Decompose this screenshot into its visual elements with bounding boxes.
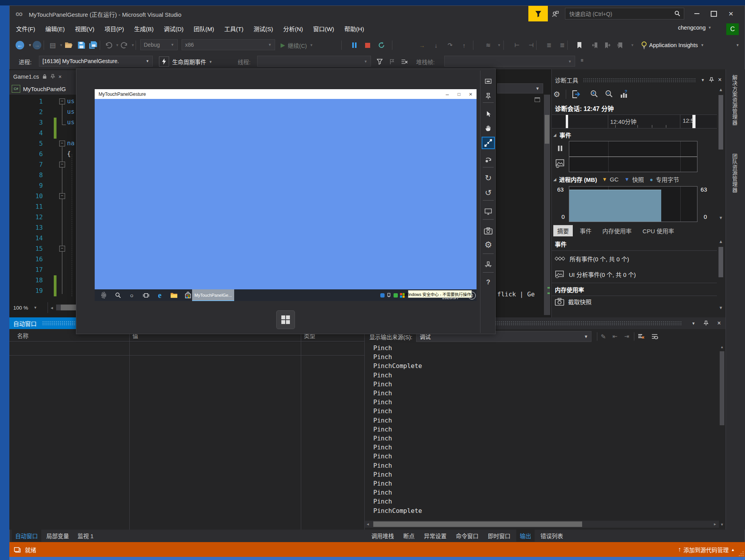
step-into-icon[interactable]: ↓ — [431, 36, 441, 55]
step-over-icon[interactable]: ↷ — [445, 36, 455, 55]
close-window-button[interactable]: × — [723, 7, 739, 20]
timeline-marker[interactable] — [566, 115, 568, 128]
scroll-down-icon[interactable]: ▼ — [718, 215, 724, 221]
splitter-icon[interactable] — [533, 97, 542, 103]
document-tab[interactable]: Game1.cs × — [9, 70, 76, 83]
add-to-source-control-button[interactable]: 添加到源代码管理 — [683, 546, 729, 554]
scroll-up-icon[interactable]: ▲ — [718, 238, 724, 245]
feedback-button[interactable] — [528, 6, 548, 21]
app-close-button[interactable]: × — [465, 89, 477, 99]
pin-icon[interactable] — [482, 90, 495, 102]
timeline-marker[interactable] — [692, 115, 696, 128]
chevron-down-icon[interactable]: ▼ — [627, 36, 637, 55]
menu-item-7[interactable]: 工具(T) — [219, 23, 248, 35]
zoom-dropdown[interactable]: 100 % ▼ — [9, 302, 48, 313]
autos-tab-2[interactable]: 监视 1 — [74, 530, 97, 542]
game-client-area[interactable] — [95, 99, 477, 289]
output-tab-6[interactable]: 错误列表 — [537, 530, 567, 542]
vscroll-thumb[interactable] — [719, 247, 723, 277]
menu-item-5[interactable]: 调试(D) — [159, 23, 189, 35]
autos-tab-1[interactable]: 局部变量 — [43, 530, 72, 542]
user-menu[interactable]: chengcong ▼ — [678, 25, 711, 31]
user-avatar[interactable]: C — [726, 23, 739, 35]
scroll-down-icon[interactable]: ▼ — [718, 305, 724, 311]
platform-dropdown[interactable]: x86▼ — [182, 39, 275, 50]
fold-collapse-box[interactable]: − — [59, 162, 65, 167]
close-panel-icon[interactable]: × — [717, 320, 721, 327]
rotate-cw-icon[interactable]: ↻ — [482, 172, 495, 184]
lifecycle-events-button[interactable]: 生命周期事件▼ — [172, 58, 212, 66]
stackframe-dropdown[interactable]: ▼ — [444, 56, 575, 67]
menu-item-9[interactable]: 分析(N) — [278, 23, 308, 35]
notifications-person-icon[interactable] — [549, 9, 561, 19]
flag-filter-icon[interactable] — [387, 57, 397, 66]
configuration-dropdown[interactable]: Debug▼ — [140, 39, 178, 50]
vscroll-thumb[interactable] — [720, 351, 724, 425]
next-message-icon[interactable]: ⇥ — [621, 333, 632, 340]
summary-row-0[interactable]: 所有事件(0 个, 共 0 个) — [555, 251, 715, 266]
word-wrap-icon[interactable] — [648, 333, 662, 340]
next-bookmark-icon[interactable] — [602, 36, 613, 55]
diag-timeline-ruler[interactable]: 12:40分钟 12:5 — [552, 114, 717, 129]
sidebar-tab-team-explorer[interactable]: 团队资源管理器 — [730, 153, 738, 193]
prev-bookmark-icon[interactable] — [590, 36, 600, 55]
bookmark-icon[interactable] — [574, 36, 584, 55]
tray-green-icon[interactable] — [392, 289, 399, 301]
editor-nav-bar[interactable]: C# MyTouchPanelG — [9, 83, 76, 95]
zoom-out-icon[interactable] — [604, 90, 614, 99]
gear-icon[interactable]: ⚙ — [553, 90, 560, 99]
diag-memory-header[interactable]: ◢ 进程内存 (MB) ▼ GC ▼ 快照 ● 专用字节 — [553, 175, 679, 183]
take-snapshot-row[interactable]: 截取快照 — [555, 298, 591, 306]
network-icon[interactable] — [482, 258, 495, 271]
pin-icon[interactable] — [50, 74, 55, 79]
application-insights-button[interactable]: Application Insights▼ — [649, 36, 704, 55]
menu-item-8[interactable]: 测试(S) — [249, 23, 278, 35]
reset-filter-icon[interactable] — [399, 57, 410, 66]
summary-row-1[interactable]: UI 分析事件(0 个, 共 0 个) — [555, 266, 715, 282]
autos-tab-0[interactable]: 自动窗口 — [12, 530, 41, 542]
camera-icon[interactable] — [482, 225, 495, 237]
lifecycle-events-icon[interactable] — [159, 56, 169, 67]
diag-events-header[interactable]: ◢ 事件 — [553, 131, 571, 139]
fold-collapse-box[interactable]: − — [59, 193, 65, 199]
hand-icon[interactable] — [482, 122, 495, 134]
diag-tab-0[interactable]: 摘要 — [553, 225, 573, 236]
nav-forward-icon[interactable]: → — [32, 36, 42, 55]
nav-back-icon[interactable]: ← — [15, 36, 25, 55]
output-tab-5[interactable]: 输出 — [516, 530, 535, 542]
output-tab-0[interactable]: 调用堆栈 — [368, 530, 397, 542]
taskbar-app-button[interactable]: MyTouchPanelGe... — [192, 289, 234, 301]
zoom-in-icon[interactable] — [590, 90, 599, 99]
toolbar-overflow-icon[interactable]: ≡ — [581, 58, 583, 63]
prev-message-icon[interactable]: ⇤ — [609, 333, 621, 340]
file-explorer-icon[interactable] — [168, 289, 180, 301]
chart-settings-icon[interactable]: ? — [619, 90, 628, 99]
diag-tab-3[interactable]: CPU 使用率 — [639, 225, 678, 236]
edge-icon[interactable]: e — [154, 289, 166, 301]
minimize-icon[interactable] — [482, 75, 495, 88]
chevron-down-icon[interactable]: ▼ — [128, 36, 138, 55]
uncomment-icon[interactable]: ≣ — [557, 36, 567, 55]
chevron-up-icon[interactable]: ▲ — [731, 548, 735, 552]
output-hscrollbar[interactable]: ◄ ► — [365, 521, 719, 528]
windows-start-key[interactable] — [276, 310, 295, 329]
indent-increase-icon[interactable]: ⊣ — [526, 36, 536, 55]
save-icon[interactable] — [76, 36, 87, 55]
rotate-ccw-icon[interactable]: ↺ — [482, 187, 495, 199]
menu-item-1[interactable]: 编辑(E) — [40, 23, 70, 35]
menu-item-2[interactable]: 视图(V) — [70, 23, 99, 35]
menu-item-6[interactable]: 团队(M) — [189, 23, 219, 35]
expander-icon[interactable]: ◢ — [553, 177, 556, 181]
close-panel-icon[interactable]: × — [718, 76, 722, 83]
maximize-window-button[interactable] — [706, 7, 722, 20]
resize-grip-icon[interactable] — [739, 551, 744, 556]
app-titlebar[interactable]: MyTouchPanelGesture – □ × — [95, 89, 477, 99]
show-next-statement-icon[interactable]: → — [417, 36, 427, 55]
pinch-icon[interactable] — [482, 137, 495, 149]
scroll-up-icon[interactable]: ▲ — [719, 344, 725, 350]
clear-bookmarks-icon[interactable] — [615, 36, 625, 55]
task-view-icon[interactable] — [140, 289, 152, 301]
code-area[interactable]: 1−us2us3us45−na6{7−8910−1112131415−16171… — [9, 95, 76, 302]
save-all-icon[interactable] — [88, 36, 98, 55]
break-all-icon[interactable] — [349, 36, 359, 55]
